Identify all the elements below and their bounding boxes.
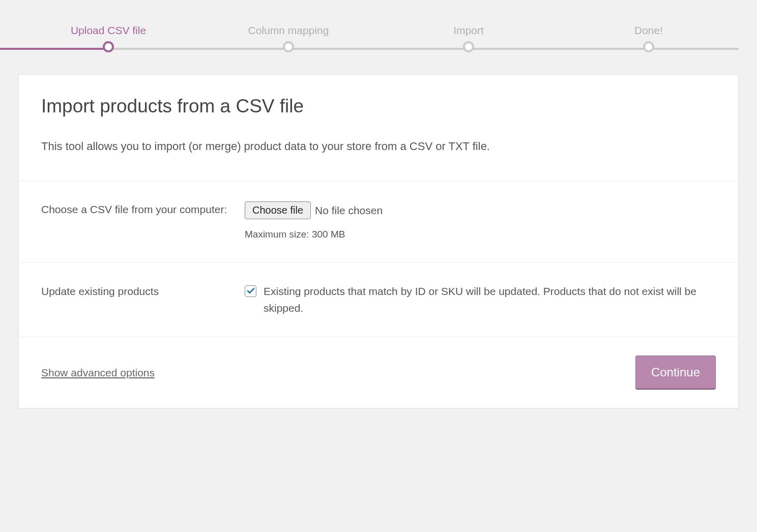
file-row: Choose a CSV file from your computer: Ch… bbox=[19, 181, 738, 263]
choose-file-button[interactable]: Choose file bbox=[245, 201, 311, 219]
page-description: This tool allows you to import (or merge… bbox=[41, 138, 716, 155]
update-description: Existing products that match by ID or SK… bbox=[264, 283, 716, 316]
max-size-hint: Maximum size: 300 MB bbox=[245, 227, 716, 242]
wizard-steps: Upload CSV file Column mapping Import Do… bbox=[18, 0, 739, 49]
step-import[interactable]: Import bbox=[379, 24, 559, 49]
step-upload[interactable]: Upload CSV file bbox=[18, 24, 198, 49]
page-title: Import products from a CSV file bbox=[41, 95, 716, 117]
file-status: No file chosen bbox=[315, 202, 383, 219]
update-label: Update existing products bbox=[41, 283, 229, 316]
check-icon bbox=[246, 286, 255, 295]
step-column-mapping[interactable]: Column mapping bbox=[198, 24, 379, 49]
show-advanced-link[interactable]: Show advanced options bbox=[41, 367, 155, 379]
import-card: Import products from a CSV file This too… bbox=[18, 74, 739, 408]
update-existing-checkbox[interactable] bbox=[245, 285, 256, 297]
step-done[interactable]: Done! bbox=[559, 24, 739, 49]
card-footer: Show advanced options Continue bbox=[19, 337, 738, 408]
file-label: Choose a CSV file from your computer: bbox=[41, 201, 229, 242]
update-row: Update existing products Existing produc… bbox=[19, 263, 738, 337]
card-header: Import products from a CSV file This too… bbox=[19, 75, 738, 181]
continue-button[interactable]: Continue bbox=[635, 356, 716, 390]
